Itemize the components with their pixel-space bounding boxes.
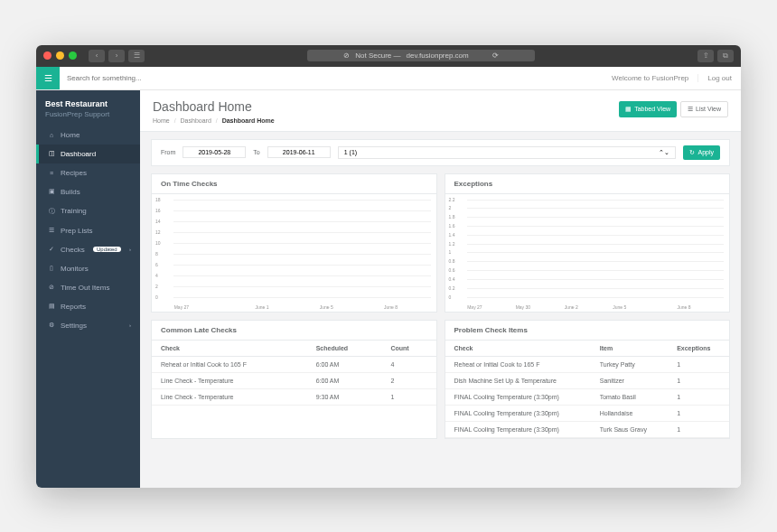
sidebar-item-recipes[interactable]: ≡Recipes: [36, 163, 140, 182]
sidebar-item-time-out-items[interactable]: ⊘Time Out Items: [36, 278, 140, 297]
search-input[interactable]: [60, 74, 603, 82]
exceptions-panel: Exceptions 00.20.40.60.811.21.41.61.822.…: [445, 173, 731, 313]
panel-title: Problem Check Items: [445, 321, 730, 341]
to-date-input[interactable]: [267, 146, 331, 158]
to-label: To: [253, 149, 259, 155]
org-sub: FusionPrep Support: [45, 110, 131, 118]
problem-items-table: CheckItemExceptionsReheat or Initial Coo…: [445, 341, 730, 438]
browser-titlebar: ‹ › ☰ ⊘ Not Secure — dev.fusionprep.com …: [36, 45, 741, 67]
back-button[interactable]: ‹: [89, 50, 105, 62]
y-tick: 1.4: [449, 232, 455, 238]
table-row: FINAL Cooling Temperature (3:30pm)Tomato…: [445, 388, 730, 405]
sidebar-item-checks[interactable]: ✓ChecksUpdated›: [36, 240, 140, 259]
sidebar-item-training[interactable]: ⓘTraining: [36, 201, 140, 221]
y-tick: 0: [155, 294, 158, 300]
y-tick: 4: [155, 273, 158, 278]
forward-button[interactable]: ›: [108, 50, 125, 62]
calendar-icon: ▦: [625, 106, 632, 113]
tabs-icon[interactable]: ⧉: [717, 50, 734, 62]
x-tick: June 5: [613, 304, 626, 310]
address-bar[interactable]: ⊘ Not Secure — dev.fusionprep.com ⟳: [307, 50, 534, 61]
page-title: Dashboard Home: [153, 99, 619, 114]
sidebar-item-label: Prep Lists: [61, 227, 93, 235]
crumb-home[interactable]: Home: [153, 117, 170, 124]
y-tick: 16: [155, 208, 161, 213]
panel-title: On Time Checks: [152, 174, 436, 194]
sidebar-item-builds[interactable]: ▣Builds: [36, 182, 140, 201]
sidebar-item-label: Monitors: [61, 265, 89, 273]
nav-icon: ☰: [48, 227, 55, 234]
chevron-right-icon: ›: [129, 322, 131, 328]
sidebar-item-label: Training: [61, 207, 87, 215]
col-header: Check: [152, 341, 307, 357]
x-tick: May 27: [467, 304, 482, 310]
y-tick: 0.4: [449, 276, 455, 282]
col-header: Scheduled: [307, 341, 382, 357]
updated-badge: Updated: [93, 247, 121, 252]
y-tick: 0.8: [449, 258, 455, 264]
org-name: Best Restaurant: [45, 99, 131, 108]
on-time-checks-panel: On Time Checks 024681012141618May 27June…: [151, 173, 437, 313]
nav-icon: ⚙: [48, 322, 55, 329]
list-icon: ☰: [688, 106, 693, 113]
maximize-window-icon[interactable]: [69, 51, 77, 60]
sidebar-item-home[interactable]: ⌂Home: [36, 126, 140, 145]
minimize-window-icon[interactable]: [56, 51, 64, 60]
chevron-down-icon: ⌃⌄: [659, 149, 669, 156]
shield-icon: ⊘: [343, 51, 350, 60]
reload-icon[interactable]: ⟳: [492, 51, 499, 60]
sidebar-item-label: Dashboard: [61, 150, 96, 158]
nav-toggle-button[interactable]: ☰: [36, 66, 60, 89]
sidebar-item-label: Time Out Items: [61, 284, 109, 292]
sidebar-item-label: Recipes: [61, 169, 87, 177]
col-header: Check: [445, 341, 591, 357]
sidebar-item-prep-lists[interactable]: ☰Prep Lists: [36, 221, 140, 240]
list-view-button[interactable]: ☰ List View: [680, 101, 728, 117]
sidebar: Best Restaurant FusionPrep Support ⌂Home…: [36, 90, 140, 488]
nav-icon: ⓘ: [48, 207, 55, 216]
tabbed-view-button[interactable]: ▦ Tabbed View: [619, 101, 677, 117]
y-tick: 1: [449, 249, 452, 255]
sidebar-item-dashboard[interactable]: ◫Dashboard: [36, 145, 140, 163]
panel-title: Common Late Checks: [152, 321, 436, 341]
addr-text: dev.fusionprep.com: [407, 51, 469, 60]
from-label: From: [161, 149, 175, 155]
table-row: Reheat or Initial Cook to 165 FTurkey Pa…: [445, 356, 730, 372]
share-icon[interactable]: ⇪: [697, 50, 714, 62]
logout-link[interactable]: Log out: [697, 74, 741, 82]
sidebar-item-settings[interactable]: ⚙Settings›: [36, 316, 140, 335]
refresh-icon: ↻: [689, 149, 695, 156]
nav-icon: ⊘: [48, 284, 55, 291]
from-date-input[interactable]: [183, 146, 246, 158]
y-tick: 10: [155, 240, 161, 246]
location-select[interactable]: 1 (1) ⌃⌄: [338, 146, 677, 159]
col-header: Exceptions: [668, 341, 729, 357]
col-header: Item: [591, 341, 668, 357]
table-row: FINAL Cooling Temperature (3:30pm)Hollan…: [445, 405, 730, 421]
main-content: Dashboard Home Home / Dashboard / Dashbo…: [140, 90, 741, 488]
y-tick: 1.2: [449, 241, 455, 247]
sidebar-toggle-icon[interactable]: ☰: [128, 50, 145, 62]
sidebar-item-label: Reports: [61, 303, 86, 311]
close-window-icon[interactable]: [43, 51, 51, 60]
y-tick: 0: [449, 294, 452, 300]
app-topbar: ☰ Welcome to FusionPrep Log out: [36, 67, 741, 90]
page-header: Dashboard Home Home / Dashboard / Dashbo…: [140, 90, 741, 132]
sidebar-item-monitors[interactable]: ▯Monitors: [36, 259, 140, 278]
crumb-current: Dashboard Home: [222, 117, 275, 124]
y-tick: 2: [449, 205, 452, 210]
late-checks-panel: Common Late Checks CheckScheduledCountRe…: [151, 320, 437, 439]
apply-button[interactable]: ↻ Apply: [683, 145, 720, 160]
crumb-dashboard[interactable]: Dashboard: [181, 117, 211, 124]
y-tick: 6: [155, 262, 158, 267]
table-row: FINAL Cooling Temperature (3:30pm)Turk S…: [445, 421, 730, 437]
y-tick: 2.2: [449, 197, 455, 202]
sidebar-item-reports[interactable]: ▤Reports: [36, 297, 140, 316]
sidebar-header: Best Restaurant FusionPrep Support: [36, 90, 140, 126]
y-tick: 8: [155, 251, 158, 257]
sidebar-item-label: Settings: [61, 322, 87, 330]
x-tick: June 8: [677, 304, 690, 310]
y-tick: 14: [155, 219, 161, 224]
col-header: Count: [381, 341, 435, 357]
y-tick: 2: [155, 284, 158, 289]
